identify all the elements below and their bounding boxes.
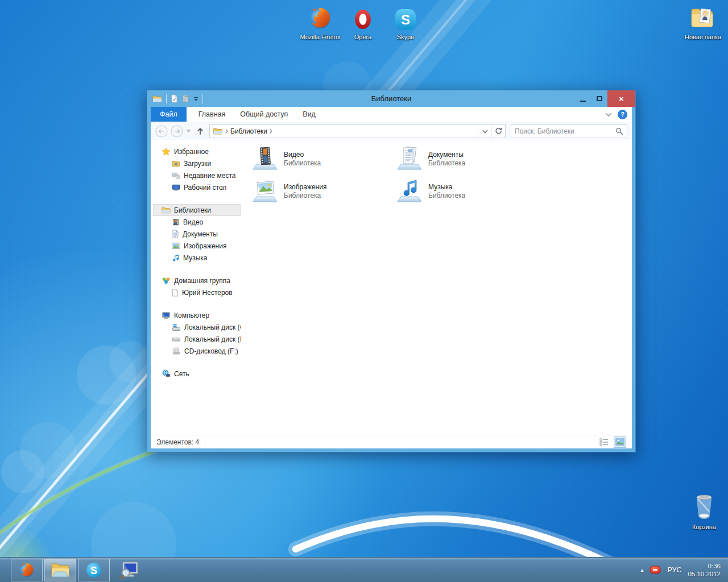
window-controls: ×: [574, 90, 635, 107]
tab-share[interactable]: Общий доступ: [233, 107, 295, 122]
sidebar-item-label: Юрий Нестеров: [182, 289, 233, 297]
library-item-documents[interactable]: Документы Библиотека: [396, 146, 535, 175]
system-disk-icon: [172, 323, 181, 331]
opera-icon: [350, 7, 375, 32]
navigation-bar: Библиотеки: [151, 122, 632, 140]
history-dropdown-icon[interactable]: [186, 130, 191, 133]
sidebar-item-label: Локальный диск (D: [184, 335, 241, 343]
taskbar-button-skype[interactable]: S: [78, 559, 110, 581]
network-icon: [162, 369, 171, 378]
address-dropdown-button[interactable]: [478, 125, 491, 138]
close-button[interactable]: ×: [607, 90, 635, 107]
pictures-icon: [172, 242, 180, 250]
desktop-icon-label: Mozilla Firefox: [298, 34, 342, 41]
address-bar[interactable]: Библиотеки: [209, 124, 506, 138]
sidebar-item-computer[interactable]: Компьютер: [153, 309, 241, 321]
minimize-button[interactable]: [574, 90, 591, 107]
sidebar-item-homegroup[interactable]: Домашняя группа: [153, 275, 241, 286]
taskbar-button-search[interactable]: [116, 559, 142, 581]
sidebar-item-documents[interactable]: Документы: [153, 228, 241, 240]
library-item-title: Музыка: [428, 183, 465, 192]
maximize-button[interactable]: [591, 90, 607, 107]
desktop-icon-firefox[interactable]: Mozilla Firefox: [298, 5, 342, 41]
explorer-window: Библиотеки × Файл Главная Общий доступ В…: [147, 90, 636, 452]
taskbar-button-explorer[interactable]: [44, 559, 76, 581]
sidebar-item-disk-d[interactable]: Локальный диск (D: [153, 333, 241, 345]
sidebar-item-libraries[interactable]: Библиотеки: [153, 204, 241, 216]
search-icon[interactable]: [615, 127, 623, 135]
sidebar-item-pictures[interactable]: Изображения: [153, 240, 241, 252]
refresh-button[interactable]: [491, 125, 505, 138]
up-button[interactable]: [196, 127, 204, 135]
desktop-icon-skype[interactable]: S Skype: [383, 7, 428, 41]
tab-file[interactable]: Файл: [151, 107, 187, 122]
desktop-icon-recycle-bin[interactable]: Корзина: [682, 492, 726, 531]
cd-drive-icon: [172, 347, 181, 355]
library-item-subtitle: Библиотека: [428, 192, 465, 200]
ribbon-expand-icon[interactable]: [605, 113, 612, 117]
sidebar-item-favorites[interactable]: Избранное: [153, 146, 241, 157]
document-icon: [172, 230, 179, 238]
video-icon: [172, 218, 180, 226]
folder-icon: [688, 3, 718, 32]
forward-button[interactable]: [171, 125, 183, 138]
desktop-icon-label: Opera: [341, 34, 385, 41]
breadcrumb-folder-icon: [213, 127, 223, 135]
sidebar-item-label: Видео: [183, 218, 203, 226]
desktop-icon-label: Корзина: [682, 523, 726, 531]
disk-icon: [172, 335, 181, 343]
sidebar-item-label: Домашняя группа: [174, 277, 230, 285]
library-item-title: Изображения: [284, 183, 326, 192]
desktop-icon-opera[interactable]: Opera: [341, 7, 385, 41]
documents-library-icon: [396, 146, 424, 173]
sidebar-item-recent-places[interactable]: Недавние места: [153, 169, 241, 181]
sidebar-item-label: Сеть: [174, 370, 189, 378]
library-item-subtitle: Библиотека: [428, 159, 465, 168]
breadcrumb-arrow-icon[interactable]: [270, 129, 272, 134]
music-library-icon: [396, 178, 424, 205]
sidebar-item-desktop[interactable]: Рабочий стол: [153, 181, 241, 193]
breadcrumb-arrow-icon[interactable]: [225, 129, 228, 134]
desktop-icon-new-folder[interactable]: Новая папка: [681, 3, 725, 41]
back-button[interactable]: [155, 125, 168, 138]
taskbar-buttons: S: [0, 558, 142, 582]
search-input[interactable]: [515, 127, 615, 135]
thumbnail-view-button[interactable]: [614, 436, 626, 448]
sidebar-item-label: CD-дисковод (F:): [184, 347, 238, 355]
items-view: Видео Библиотека: [246, 140, 632, 435]
tray-expand-icon[interactable]: ▴: [640, 567, 643, 573]
window-body: Файл Главная Общий доступ Вид ?: [151, 107, 632, 448]
library-item-title: Документы: [428, 151, 465, 159]
sidebar-item-disk-c[interactable]: Локальный диск (C: [153, 321, 241, 333]
firefox-icon: [307, 5, 334, 32]
search-box: [511, 124, 627, 138]
tab-view[interactable]: Вид: [295, 107, 323, 122]
navigation-pane: Избранное Загрузки: [151, 140, 246, 435]
status-separator: [205, 438, 205, 446]
tray-time: 0:36: [688, 562, 721, 570]
tray-clock[interactable]: 0:36 05.10.2012: [688, 562, 721, 578]
list-view-button[interactable]: [598, 436, 610, 448]
help-button[interactable]: ?: [618, 110, 627, 119]
svg-text:S: S: [90, 564, 97, 576]
skype-icon: S: [393, 7, 418, 32]
explorer-folder-icon: [51, 562, 70, 579]
content-area: Избранное Загрузки: [151, 140, 632, 435]
sidebar-item-downloads[interactable]: Загрузки: [153, 157, 241, 169]
downloads-icon: [172, 160, 180, 168]
language-indicator[interactable]: РУС: [667, 566, 681, 574]
library-item-music[interactable]: Музыка Библиотека: [396, 178, 535, 207]
breadcrumb-libraries[interactable]: Библиотеки: [230, 127, 267, 135]
taskbar-button-firefox[interactable]: [11, 559, 43, 581]
sidebar-item-music[interactable]: Музыка: [153, 252, 241, 264]
sidebar-item-label: Компьютер: [174, 311, 209, 319]
sidebar-item-network[interactable]: Сеть: [153, 368, 241, 380]
library-item-pictures[interactable]: Изображения Библиотека: [252, 178, 391, 207]
tab-home[interactable]: Главная: [191, 107, 233, 122]
sidebar-item-video[interactable]: Видео: [153, 216, 241, 228]
skype-icon: S: [85, 561, 103, 579]
sidebar-item-cd-drive[interactable]: CD-дисковод (F:): [153, 345, 241, 357]
sidebar-item-user[interactable]: Юрий Нестеров: [153, 286, 241, 298]
tray-red-icon[interactable]: [650, 566, 661, 574]
library-item-video[interactable]: Видео Библиотека: [252, 146, 391, 175]
